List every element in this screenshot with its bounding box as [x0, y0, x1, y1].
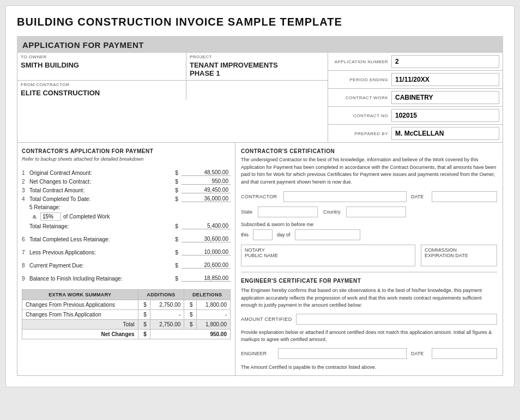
amount-certified-label: AMOUNT CERTIFIED [241, 316, 292, 322]
extra-work-table: EXTRA WORK SUMMARY ADDITIONS DELETIONS C… [22, 289, 231, 339]
app-number-label: APPLICATION NUMBER [331, 59, 391, 64]
line-item-3: 3 Total Contract Amount: $ 49,450.00 [22, 187, 231, 193]
contractor-extra [186, 81, 328, 100]
app-number-row: APPLICATION NUMBER [328, 53, 503, 71]
contract-work-input[interactable] [391, 91, 499, 104]
engineer-text: The Engineer hereby confirms that based … [241, 287, 497, 309]
contractor-row: FROM CONTRACTOR ELITE CONSTRUCTION [17, 81, 328, 100]
notary-label: NotaryPublic Name [245, 247, 412, 258]
extra-row2-label: Changes From This Application [22, 310, 138, 320]
period-ending-label: PERIOD ENDING [331, 77, 391, 82]
extra-work-total-row: Total $ 2,750.00 $ 1,800.00 [22, 320, 231, 330]
engineer-date-label: DATE [411, 351, 427, 356]
amount-certified-row: AMOUNT CERTIFIED [241, 314, 497, 325]
contractor-box: FROM CONTRACTOR ELITE CONSTRUCTION [17, 81, 186, 100]
extra-work-col-deletions: DELETIONS [184, 290, 231, 300]
sworn-date-input[interactable] [295, 229, 360, 240]
line-item-6: 6 Total Completed Less Retainage: $ 30,6… [22, 236, 231, 242]
extra-row1-label: Changes From Previous Applications [22, 300, 138, 310]
engineer-sign-label: ENGINEER [241, 351, 274, 356]
contractor-date-label: DATE [411, 194, 427, 199]
contract-work-label: CONTRACT WORK [331, 95, 391, 100]
project-label: PROJECT [186, 53, 328, 60]
extra-work-net-row: Net Changes $ 950.00 [22, 330, 231, 339]
engineer-date-input[interactable] [432, 348, 497, 359]
amount-certified-input[interactable] [296, 314, 497, 325]
contract-no-input[interactable] [391, 109, 499, 122]
commission-label: CommissionExpiration Date [425, 247, 493, 258]
left-body: CONTRACTOR'S APPLICATION FOR PAYMENT Ref… [17, 143, 235, 375]
provide-text: Provide explanation below or attached if… [241, 329, 497, 344]
contractor-sign-row: CONTRACTOR DATE [241, 191, 497, 202]
sworn-row: this day of [241, 229, 497, 240]
country-label: Country [323, 209, 341, 215]
extra-row1-del-dollar: $ [184, 300, 196, 310]
cert-text: The undersigned Contractor to the best o… [241, 156, 497, 186]
contractor-sign-input[interactable] [283, 191, 407, 202]
page-title: BUILDING CONSTRUCTION INVOICE SAMPLE TEM… [17, 16, 503, 28]
contract-no-row: CONTRACT NO [328, 107, 503, 125]
right-body: CONTRACTOR'S CERTIFICATION The undersign… [235, 143, 503, 375]
state-country-row: State Country [241, 206, 497, 217]
app-number-input[interactable] [391, 55, 499, 68]
cert-title: CONTRACTOR'S CERTIFICATION [241, 148, 497, 154]
top-left: TO OWNER SMITH BUILDING PROJECT TENANT I… [17, 53, 328, 142]
subscribed-text: Subscribed & sworn to before me [241, 222, 497, 227]
extra-work-row-1: Changes From Previous Applications $ 2,7… [22, 300, 231, 310]
page-container: BUILDING CONSTRUCTION INVOICE SAMPLE TEM… [5, 5, 515, 387]
engineer-sign-row: ENGINEER DATE [241, 348, 497, 359]
project-box: PROJECT TENANT IMPROVEMENTS PHASE 1 [186, 53, 328, 80]
owner-project-row: TO OWNER SMITH BUILDING PROJECT TENANT I… [17, 53, 328, 81]
notary-box: NotaryPublic Name [241, 245, 415, 266]
total-retainage-row: Total Retainage: $ 5,400.00 [22, 223, 231, 229]
prepared-by-label: PREPARED BY [331, 131, 391, 136]
period-ending-row: PERIOD ENDING [328, 71, 503, 89]
payable-text: The Amount Certified is payable to the c… [241, 364, 497, 370]
country-input[interactable] [346, 206, 406, 217]
line-item-2: 2 Net Changes to Contract: $ 950.00 [22, 178, 231, 185]
extra-row2-del-amt: - [196, 310, 230, 320]
contract-work-row: CONTRACT WORK [328, 89, 503, 107]
left-section-title: CONTRACTOR'S APPLICATION FOR PAYMENT [22, 148, 231, 154]
net-dollar: $ [138, 330, 150, 339]
line-item-1: 1 Original Contract Amount: $ 48,500.00 [22, 169, 231, 176]
total-label: Total [22, 320, 138, 330]
contractor-sign-label: CONTRACTOR [241, 194, 279, 199]
net-amt: 950.00 [150, 330, 230, 339]
retainage-pct-input[interactable] [40, 212, 61, 221]
prepared-by-row: PREPARED BY [328, 125, 503, 142]
contract-no-label: CONTRACT NO [331, 113, 391, 118]
line-item-9: 9 Balance to Finish Including Retainage:… [22, 275, 231, 282]
extra-row1-del-amt: 1,800.00 [196, 300, 230, 310]
app-header-title: APPLICATION FOR PAYMENT [22, 40, 144, 50]
prepared-by-input[interactable] [391, 127, 499, 140]
extra-work-col-label: EXTRA WORK SUMMARY [22, 290, 138, 300]
commission-box: CommissionExpiration Date [421, 245, 497, 266]
period-ending-input[interactable] [391, 73, 499, 86]
owner-label: TO OWNER [17, 53, 186, 60]
top-section: TO OWNER SMITH BUILDING PROJECT TENANT I… [17, 53, 503, 143]
sworn-day-input[interactable] [253, 229, 273, 240]
engineer-sign-input[interactable] [278, 348, 407, 359]
app-header: APPLICATION FOR PAYMENT [17, 36, 503, 53]
contractor-value: ELITE CONSTRUCTION [17, 88, 186, 100]
total-add-dollar: $ [138, 320, 150, 330]
line-item-4: 4 Total Completed To Date: $ 36,000.00 [22, 196, 231, 202]
extra-work-row-2: Changes From This Application $ - $ - [22, 310, 231, 320]
owner-box: TO OWNER SMITH BUILDING [17, 53, 186, 80]
extra-work-col-additions: ADDITIONS [138, 290, 184, 300]
extra-row1-add-amt: 2,750.00 [150, 300, 184, 310]
divider [241, 272, 497, 272]
top-right: APPLICATION NUMBER PERIOD ENDING CONTRAC… [328, 53, 503, 142]
retainage-header: 5 Retainage: [22, 204, 231, 210]
left-section-note: Refer to backup sheets attached for deta… [22, 156, 231, 162]
retainage-sub: a. of Completed Work [33, 212, 231, 221]
state-input[interactable] [258, 206, 318, 217]
owner-value: SMITH BUILDING [17, 60, 186, 72]
total-del-amt: 1,800.00 [196, 320, 230, 330]
contractor-date-input[interactable] [432, 191, 497, 202]
engineer-title: ENGINEER'S CERTIFICATE FOR PAYMENT [241, 278, 497, 284]
line-item-7: 7 Less Previous Applications: $ 10,000.0… [22, 249, 231, 255]
main-body: CONTRACTOR'S APPLICATION FOR PAYMENT Ref… [17, 143, 503, 376]
total-add-amt: 2,750.00 [150, 320, 184, 330]
